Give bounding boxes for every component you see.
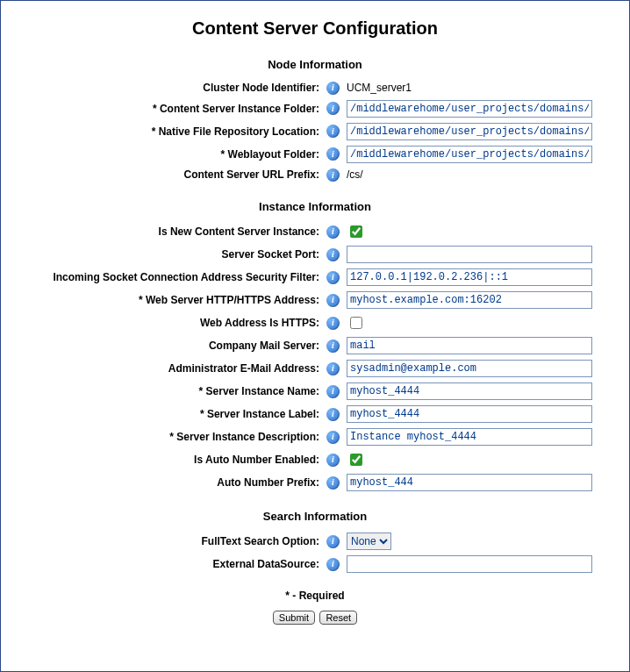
checkbox-is-new-instance[interactable] bbox=[350, 225, 362, 238]
config-form-container: Content Server Configuration Node Inform… bbox=[0, 0, 630, 672]
label-admin-email: Administrator E-Mail Address: bbox=[5, 357, 323, 380]
row-native-file-repo: * Native File Repository Location: i bbox=[5, 120, 625, 143]
row-instance-name: * Server Instance Name: i bbox=[5, 380, 625, 403]
row-fulltext-option: FullText Search Option: i None bbox=[5, 530, 625, 553]
label-security-filter: Incoming Socket Connection Address Secur… bbox=[5, 266, 323, 289]
checkbox-auto-number-enabled[interactable] bbox=[350, 454, 362, 466]
info-icon[interactable]: i bbox=[326, 340, 340, 353]
input-instance-folder[interactable] bbox=[347, 100, 592, 118]
page-title: Content Server Configuration bbox=[5, 18, 625, 39]
label-company-mail: Company Mail Server: bbox=[5, 334, 323, 357]
label-auto-number-enabled: Is Auto Number Enabled: bbox=[5, 448, 323, 471]
info-icon[interactable]: i bbox=[326, 362, 340, 375]
label-cluster-node-identifier: Cluster Node Identifier: bbox=[5, 78, 323, 97]
row-security-filter: Incoming Socket Connection Address Secur… bbox=[5, 266, 625, 289]
row-admin-email: Administrator E-Mail Address: i bbox=[5, 357, 625, 380]
info-icon[interactable]: i bbox=[326, 385, 340, 398]
input-native-file-repo[interactable] bbox=[347, 123, 592, 140]
info-icon[interactable]: i bbox=[326, 102, 340, 115]
label-web-address-https: Web Address Is HTTPS: bbox=[5, 311, 323, 334]
row-is-new-instance: Is New Content Server Instance: i bbox=[5, 220, 625, 243]
info-icon[interactable]: i bbox=[326, 225, 340, 239]
info-icon[interactable]: i bbox=[326, 147, 340, 161]
info-icon[interactable]: i bbox=[326, 168, 340, 182]
row-instance-folder: * Content Server Instance Folder: i bbox=[5, 97, 625, 120]
info-icon[interactable]: i bbox=[326, 317, 340, 330]
row-company-mail: Company Mail Server: i bbox=[5, 334, 625, 357]
info-icon[interactable]: i bbox=[326, 125, 340, 138]
input-security-filter[interactable] bbox=[347, 268, 592, 286]
label-server-socket-port: Server Socket Port: bbox=[5, 243, 323, 266]
info-icon[interactable]: i bbox=[326, 82, 340, 95]
input-web-server-address[interactable] bbox=[347, 291, 592, 309]
info-icon[interactable]: i bbox=[326, 558, 340, 571]
info-icon[interactable]: i bbox=[326, 431, 340, 444]
input-company-mail[interactable] bbox=[347, 337, 592, 354]
row-url-prefix: Content Server URL Prefix: i /cs/ bbox=[5, 166, 625, 185]
info-icon[interactable]: i bbox=[326, 294, 340, 307]
label-instance-description: * Server Instance Description: bbox=[5, 425, 323, 448]
label-instance-label: * Server Instance Label: bbox=[5, 403, 323, 425]
row-weblayout-folder: * Weblayout Folder: i bbox=[5, 143, 625, 166]
input-weblayout-folder[interactable] bbox=[347, 146, 592, 163]
label-is-new-instance: Is New Content Server Instance: bbox=[5, 220, 323, 243]
button-row: Submit Reset bbox=[5, 611, 625, 625]
required-note: * - Required bbox=[5, 590, 625, 602]
row-instance-description: * Server Instance Description: i bbox=[5, 425, 625, 448]
value-cluster-node-identifier: UCM_server1 bbox=[347, 82, 412, 94]
info-icon[interactable]: i bbox=[326, 535, 340, 548]
section-heading-instance: Instance Information bbox=[5, 200, 625, 213]
label-url-prefix: Content Server URL Prefix: bbox=[5, 166, 323, 185]
info-icon[interactable]: i bbox=[326, 454, 340, 467]
input-instance-name[interactable] bbox=[347, 382, 592, 400]
info-icon[interactable]: i bbox=[326, 271, 340, 284]
select-fulltext-option[interactable]: None bbox=[347, 533, 391, 550]
section-heading-node: Node Information bbox=[5, 58, 625, 71]
reset-button[interactable]: Reset bbox=[319, 611, 357, 625]
value-url-prefix: /cs/ bbox=[347, 168, 363, 181]
row-auto-number-enabled: Is Auto Number Enabled: i bbox=[5, 448, 625, 471]
input-admin-email[interactable] bbox=[347, 360, 592, 377]
row-web-address-https: Web Address Is HTTPS: i bbox=[5, 311, 625, 334]
row-instance-label: * Server Instance Label: i bbox=[5, 403, 625, 425]
input-server-socket-port[interactable] bbox=[347, 246, 592, 263]
row-server-socket-port: Server Socket Port: i bbox=[5, 243, 625, 266]
label-web-server-address: * Web Server HTTP/HTTPS Address: bbox=[5, 289, 323, 311]
row-web-server-address: * Web Server HTTP/HTTPS Address: i bbox=[5, 289, 625, 311]
input-auto-number-prefix[interactable] bbox=[347, 474, 592, 491]
search-info-table: FullText Search Option: i None External … bbox=[5, 530, 625, 575]
info-icon[interactable]: i bbox=[326, 476, 340, 490]
checkbox-web-address-https[interactable] bbox=[350, 317, 362, 329]
label-fulltext-option: FullText Search Option: bbox=[5, 530, 323, 553]
submit-button[interactable]: Submit bbox=[273, 611, 315, 625]
label-native-file-repo: * Native File Repository Location: bbox=[5, 120, 323, 143]
section-heading-search: Search Information bbox=[5, 510, 625, 523]
row-external-datasource: External DataSource: i bbox=[5, 553, 625, 575]
info-icon[interactable]: i bbox=[326, 248, 340, 261]
row-cluster-node-identifier: Cluster Node Identifier: i UCM_server1 bbox=[5, 78, 625, 97]
input-external-datasource[interactable] bbox=[347, 555, 592, 573]
label-auto-number-prefix: Auto Number Prefix: bbox=[5, 471, 323, 494]
instance-info-table: Is New Content Server Instance: i Server… bbox=[5, 220, 625, 503]
input-instance-label[interactable] bbox=[347, 405, 592, 423]
label-instance-folder: * Content Server Instance Folder: bbox=[5, 97, 323, 120]
input-instance-description[interactable] bbox=[347, 428, 592, 446]
label-external-datasource: External DataSource: bbox=[5, 553, 323, 575]
info-icon[interactable]: i bbox=[326, 408, 340, 421]
row-auto-number-prefix: Auto Number Prefix: i bbox=[5, 471, 625, 494]
label-instance-name: * Server Instance Name: bbox=[5, 380, 323, 403]
node-info-table: Cluster Node Identifier: i UCM_server1 *… bbox=[5, 78, 625, 193]
label-weblayout-folder: * Weblayout Folder: bbox=[5, 143, 323, 166]
